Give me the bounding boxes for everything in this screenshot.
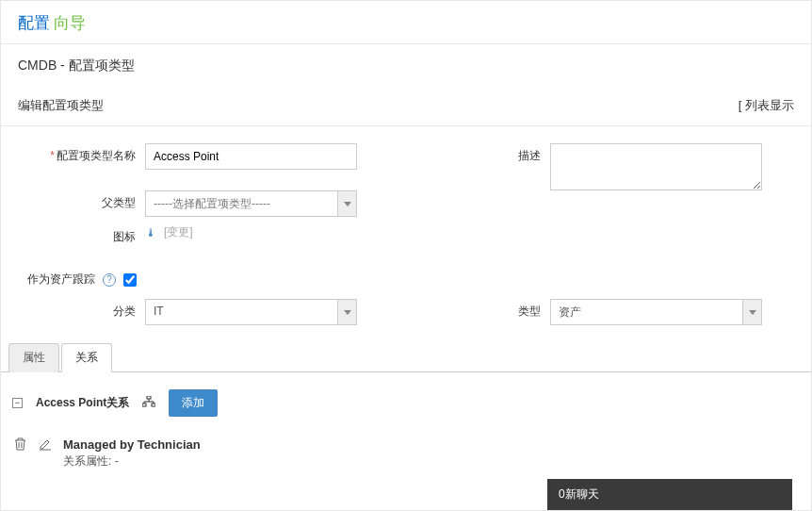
tabs: 属性 关系 <box>1 342 811 372</box>
relations-title: Access Point关系 <box>36 395 129 411</box>
relation-row: Managed by Technician 关系属性: - <box>12 437 800 470</box>
help-icon[interactable]: ? <box>103 273 116 287</box>
collapse-icon[interactable]: − <box>12 398 23 408</box>
chat-bar[interactable]: 0新聊天 <box>547 479 792 510</box>
asset-track-label: 作为资产跟踪 <box>18 272 103 288</box>
icon-label: 图标 <box>18 224 145 245</box>
name-input[interactable] <box>145 143 357 170</box>
parent-label: 父类型 <box>18 190 145 211</box>
header-part1: 配置 <box>18 14 50 32</box>
parent-select[interactable]: -----选择配置项类型----- <box>145 190 357 217</box>
sitemap-icon[interactable] <box>142 396 155 410</box>
svg-rect-0 <box>147 396 151 399</box>
thermometer-icon: 🌡 <box>145 226 156 239</box>
desc-textarea[interactable] <box>550 143 762 190</box>
tab-relations[interactable]: 关系 <box>61 343 112 372</box>
change-icon-link[interactable]: [变更] <box>164 224 193 240</box>
relation-name: Managed by Technician <box>63 437 201 452</box>
page-title: 编辑配置项类型 <box>18 97 104 114</box>
list-view-link[interactable]: [ 列表显示 <box>739 97 794 114</box>
chevron-down-icon <box>337 300 356 324</box>
header-part2: 向导 <box>54 14 86 32</box>
trash-icon[interactable] <box>14 437 29 453</box>
tab-attributes[interactable]: 属性 <box>8 343 59 372</box>
type-select[interactable]: 资产 <box>550 299 762 325</box>
chevron-down-icon <box>742 300 761 324</box>
category-select[interactable]: IT <box>145 299 357 325</box>
form-area: *配置项类型名称 描述 父类型 -----选择配置项类型----- 图标 🌡 [… <box>1 125 811 333</box>
add-button[interactable]: 添加 <box>169 389 218 417</box>
relations-panel: − Access Point关系 添加 Managed by Technicia… <box>1 372 811 486</box>
svg-rect-2 <box>152 404 155 406</box>
type-label: 类型 <box>503 299 550 320</box>
category-label: 分类 <box>18 299 145 320</box>
svg-rect-1 <box>142 404 146 406</box>
page-header: 配置 向导 <box>1 1 811 43</box>
breadcrumb: CMDB - 配置项类型 <box>1 44 811 88</box>
relation-attr: 关系属性: - <box>63 453 201 470</box>
asset-track-checkbox[interactable] <box>123 273 137 287</box>
name-label: *配置项类型名称 <box>18 143 145 164</box>
edit-icon[interactable] <box>39 437 54 453</box>
chevron-down-icon <box>337 191 356 216</box>
desc-label: 描述 <box>503 143 550 164</box>
